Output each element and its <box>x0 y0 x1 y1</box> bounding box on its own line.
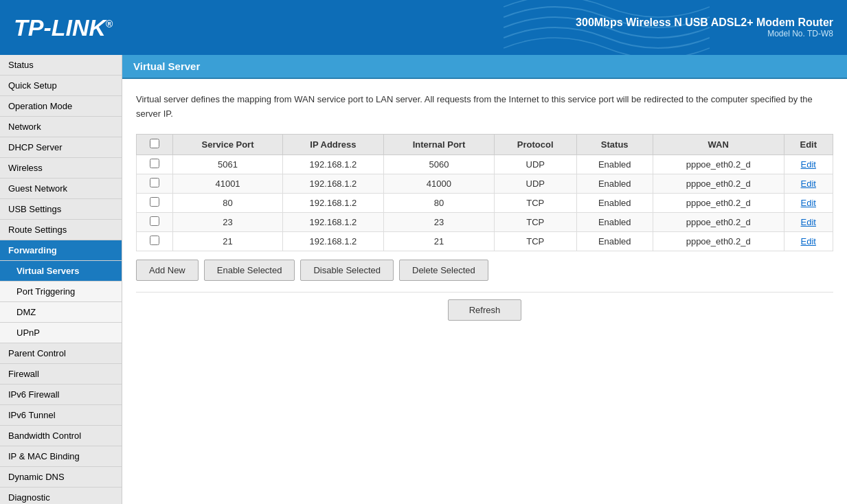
table-row: 21 192.168.1.2 21 TCP Enabled pppoe_eth0… <box>137 231 833 251</box>
sidebar-item-quick-setup[interactable]: Quick Setup <box>0 76 122 96</box>
header: TP-LINK® 300Mbps Wireless N USB ADSL2+ M… <box>0 0 847 55</box>
cell-protocol: TCP <box>494 193 576 212</box>
cell-internal-port: 5060 <box>384 154 495 174</box>
sidebar-item-upnp[interactable]: UPnP <box>0 323 122 343</box>
col-edit: Edit <box>784 134 833 154</box>
sidebar-item-ip-mac-binding[interactable]: IP & MAC Binding <box>0 446 122 467</box>
table-row: 23 192.168.1.2 23 TCP Enabled pppoe_eth0… <box>137 212 833 231</box>
cell-wan: pppoe_eth0.2_d <box>653 174 784 193</box>
cell-service-port: 23 <box>173 212 283 231</box>
col-ip-address: IP Address <box>282 134 383 154</box>
enable-selected-button[interactable]: Enable Selected <box>204 260 295 281</box>
select-all-checkbox[interactable] <box>150 139 159 148</box>
page-title: Virtual Server <box>122 55 847 79</box>
col-internal-port: Internal Port <box>384 134 495 154</box>
edit-link-0[interactable]: Edit <box>801 159 816 170</box>
cell-wan: pppoe_eth0.2_d <box>653 193 784 212</box>
cell-wan: pppoe_eth0.2_d <box>653 154 784 174</box>
cell-internal-port: 21 <box>384 231 495 251</box>
sidebar-item-diagnostic[interactable]: Diagnostic <box>0 488 122 504</box>
sidebar-item-forwarding[interactable]: Forwarding <box>0 240 122 261</box>
refresh-row: Refresh <box>136 292 833 328</box>
cell-service-port: 5061 <box>173 154 283 174</box>
cell-status: Enabled <box>576 193 653 212</box>
row-checkbox-0[interactable] <box>150 159 159 168</box>
cell-internal-port: 23 <box>384 212 495 231</box>
cell-service-port: 21 <box>173 231 283 251</box>
cell-service-port: 41001 <box>173 174 283 193</box>
sidebar-item-port-triggering[interactable]: Port Triggering <box>0 282 122 302</box>
sidebar-item-virtual-servers[interactable]: Virtual Servers <box>0 261 122 282</box>
cell-internal-port: 41000 <box>384 174 495 193</box>
col-service-port: Service Port <box>173 134 283 154</box>
cell-internal-port: 80 <box>384 193 495 212</box>
delete-selected-button[interactable]: Delete Selected <box>399 260 488 281</box>
main-container: StatusQuick SetupOperation ModeNetworkDH… <box>0 55 847 504</box>
product-name: 300Mbps Wireless N USB ADSL2+ Modem Rout… <box>576 16 833 29</box>
sidebar-item-status[interactable]: Status <box>0 55 122 76</box>
action-button-row: Add New Enable Selected Disable Selected… <box>136 260 833 281</box>
sidebar-item-network[interactable]: Network <box>0 117 122 137</box>
row-checkbox-1[interactable] <box>150 178 159 187</box>
sidebar-item-bandwidth-control[interactable]: Bandwidth Control <box>0 426 122 446</box>
cell-service-port: 80 <box>173 193 283 212</box>
add-new-button[interactable]: Add New <box>136 260 199 281</box>
cell-protocol: UDP <box>494 154 576 174</box>
sidebar-item-dmz[interactable]: DMZ <box>0 302 122 323</box>
cell-ip-address: 192.168.1.2 <box>282 193 383 212</box>
logo: TP-LINK® <box>14 14 113 41</box>
cell-status: Enabled <box>576 154 653 174</box>
page-description: Virtual server defines the mapping from … <box>136 93 833 122</box>
header-product-info: 300Mbps Wireless N USB ADSL2+ Modem Rout… <box>576 16 833 38</box>
sidebar-item-dynamic-dns[interactable]: Dynamic DNS <box>0 467 122 488</box>
cell-ip-address: 192.168.1.2 <box>282 231 383 251</box>
cell-protocol: TCP <box>494 212 576 231</box>
refresh-button[interactable]: Refresh <box>448 299 522 321</box>
sidebar-item-firewall[interactable]: Firewall <box>0 364 122 385</box>
cell-ip-address: 192.168.1.2 <box>282 154 383 174</box>
sidebar-item-ipv6-tunnel[interactable]: IPv6 Tunnel <box>0 405 122 426</box>
cell-ip-address: 192.168.1.2 <box>282 212 383 231</box>
sidebar-item-guest-network[interactable]: Guest Network <box>0 179 122 199</box>
cell-ip-address: 192.168.1.2 <box>282 174 383 193</box>
cell-wan: pppoe_eth0.2_d <box>653 212 784 231</box>
cell-wan: pppoe_eth0.2_d <box>653 231 784 251</box>
row-checkbox-2[interactable] <box>150 197 159 207</box>
disable-selected-button[interactable]: Disable Selected <box>300 260 394 281</box>
sidebar-item-ipv6-firewall[interactable]: IPv6 Firewall <box>0 385 122 405</box>
table-header: Service Port IP Address Internal Port Pr… <box>137 134 833 154</box>
sidebar-item-operation-mode[interactable]: Operation Mode <box>0 96 122 117</box>
col-checkbox <box>137 134 173 154</box>
col-status: Status <box>576 134 653 154</box>
cell-protocol: TCP <box>494 231 576 251</box>
virtual-server-table: Service Port IP Address Internal Port Pr… <box>136 134 833 251</box>
cell-status: Enabled <box>576 174 653 193</box>
sidebar-item-parent-control[interactable]: Parent Control <box>0 343 122 364</box>
cell-protocol: UDP <box>494 174 576 193</box>
sidebar-item-wireless[interactable]: Wireless <box>0 158 122 179</box>
edit-link-3[interactable]: Edit <box>801 217 816 227</box>
edit-link-1[interactable]: Edit <box>801 179 816 189</box>
row-checkbox-3[interactable] <box>150 216 159 226</box>
cell-status: Enabled <box>576 212 653 231</box>
content-area: Virtual Server Virtual server defines th… <box>122 55 847 504</box>
model-number: Model No. TD-W8 <box>576 29 833 38</box>
cell-status: Enabled <box>576 231 653 251</box>
sidebar: StatusQuick SetupOperation ModeNetworkDH… <box>0 55 122 504</box>
table-row: 5061 192.168.1.2 5060 UDP Enabled pppoe_… <box>137 154 833 174</box>
table-row: 41001 192.168.1.2 41000 UDP Enabled pppo… <box>137 174 833 193</box>
edit-link-4[interactable]: Edit <box>801 236 816 247</box>
table-body: 5061 192.168.1.2 5060 UDP Enabled pppoe_… <box>137 154 833 251</box>
col-wan: WAN <box>653 134 784 154</box>
sidebar-item-usb-settings[interactable]: USB Settings <box>0 199 122 220</box>
sidebar-item-route-settings[interactable]: Route Settings <box>0 220 122 240</box>
col-protocol: Protocol <box>494 134 576 154</box>
table-row: 80 192.168.1.2 80 TCP Enabled pppoe_eth0… <box>137 193 833 212</box>
logo-text: TP-LINK <box>14 14 106 41</box>
edit-link-2[interactable]: Edit <box>801 198 816 208</box>
content-inner: Virtual server defines the mapping from … <box>122 79 847 341</box>
sidebar-item-dhcp-server[interactable]: DHCP Server <box>0 137 122 158</box>
row-checkbox-4[interactable] <box>150 236 159 245</box>
registered-mark: ® <box>106 18 113 29</box>
